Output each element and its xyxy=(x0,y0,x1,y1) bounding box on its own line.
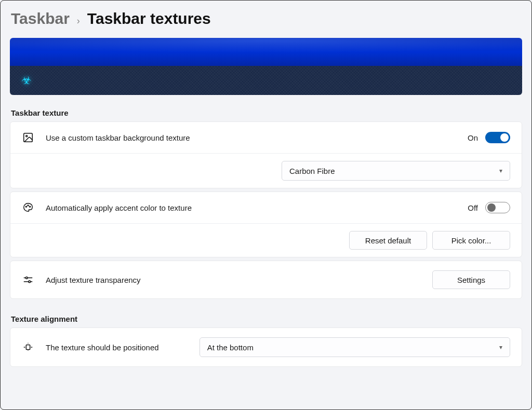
svg-rect-11 xyxy=(26,345,30,349)
svg-point-8 xyxy=(29,281,31,283)
texture-select-value: Carbon Fibre xyxy=(289,167,335,175)
use-custom-toggle-group: On xyxy=(468,132,510,143)
settings-page: Taskbar › Taskbar textures ☣ Taskbar tex… xyxy=(1,1,531,379)
use-custom-toggle[interactable] xyxy=(485,132,510,143)
card-accent-color: Automatically apply accent color to text… xyxy=(10,192,522,257)
alignment-label: The texture should be positioned xyxy=(46,343,159,352)
svg-point-4 xyxy=(30,206,31,207)
card-transparency: Adjust texture transparency Settings xyxy=(10,261,522,299)
texture-select[interactable]: Carbon Fibre ▾ xyxy=(282,161,510,181)
chevron-down-icon: ▾ xyxy=(499,344,502,351)
chevron-down-icon: ▾ xyxy=(499,167,502,174)
row-transparency: Adjust texture transparency Settings xyxy=(10,261,522,298)
transparency-settings-button[interactable]: Settings xyxy=(432,270,510,289)
svg-point-3 xyxy=(28,205,29,206)
row-accent: Automatically apply accent color to text… xyxy=(10,192,522,223)
taskbar-preview: ☣ xyxy=(10,38,522,95)
card-alignment: The texture should be positioned At the … xyxy=(10,327,522,367)
palette-icon xyxy=(22,201,34,214)
chevron-right-icon: › xyxy=(77,16,80,26)
row-texture-select: Carbon Fibre ▾ xyxy=(10,153,522,188)
card-use-custom-texture: Use a custom taskbar background texture … xyxy=(10,121,522,188)
alignment-select-value: At the bottom xyxy=(207,343,254,352)
reset-default-button[interactable]: Reset default xyxy=(349,231,427,250)
svg-point-6 xyxy=(25,277,28,279)
image-icon xyxy=(22,131,34,144)
svg-point-2 xyxy=(25,206,26,207)
section-title-texture: Taskbar texture xyxy=(10,108,522,117)
accent-toggle[interactable] xyxy=(485,202,510,213)
row-alignment: The texture should be positioned At the … xyxy=(10,328,522,366)
breadcrumb: Taskbar › Taskbar textures xyxy=(10,10,522,28)
align-icon xyxy=(22,341,34,353)
alignment-select[interactable]: At the bottom ▾ xyxy=(200,337,510,357)
svg-point-1 xyxy=(26,135,28,137)
breadcrumb-current: Taskbar textures xyxy=(87,10,211,28)
row-use-custom: Use a custom taskbar background texture … xyxy=(10,122,522,153)
row-accent-buttons: Reset default Pick color... xyxy=(10,223,522,257)
biohazard-icon: ☣ xyxy=(21,74,32,87)
accent-label: Automatically apply accent color to text… xyxy=(46,203,192,212)
use-custom-state: On xyxy=(468,133,478,142)
taskbar-preview-bar: ☣ xyxy=(10,66,522,95)
pick-color-button[interactable]: Pick color... xyxy=(432,231,510,250)
accent-state: Off xyxy=(468,203,478,212)
section-title-alignment: Texture alignment xyxy=(10,315,522,323)
wallpaper-preview xyxy=(10,38,522,66)
sliders-icon xyxy=(22,274,34,286)
accent-toggle-group: Off xyxy=(468,202,510,213)
transparency-label: Adjust texture transparency xyxy=(46,276,141,284)
svg-rect-0 xyxy=(24,133,33,142)
use-custom-label: Use a custom taskbar background texture xyxy=(46,133,190,142)
breadcrumb-root[interactable]: Taskbar xyxy=(11,10,70,28)
